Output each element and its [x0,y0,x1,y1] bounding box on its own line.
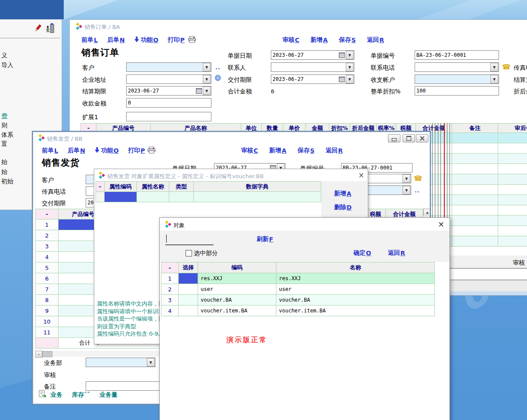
selected-cell[interactable] [179,273,198,284]
row-number[interactable]: 1 [161,273,179,284]
cell[interactable] [452,205,498,216]
cell[interactable] [36,338,59,349]
select-cell[interactable] [179,284,198,295]
code-cell[interactable]: res.XXJ [198,273,276,284]
printer-icon[interactable] [148,147,155,155]
attr-dialog-titlebar[interactable]: 销售发货 对象扩展属性定义 - 属性定义 - 标识编号voucher.BB × [94,169,368,181]
globe-icon[interactable] [214,74,221,83]
sidebar-item[interactable]: 导入 [1,62,13,69]
chevron-down-icon[interactable]: ▼ [403,186,410,195]
name-cell[interactable]: user [276,284,435,295]
cell[interactable] [498,154,527,164]
row-number[interactable]: 1 [36,219,59,230]
cell[interactable] [452,236,498,247]
delivery-bottom-库存ˆˆ[interactable]: 库存ˆˆ [72,391,90,399]
cell[interactable] [498,205,527,216]
chevron-down-icon[interactable]: ▼ [346,51,353,59]
row-number[interactable]: 2 [36,230,59,241]
cell[interactable] [498,185,527,195]
chevron-down-icon[interactable]: ▼ [346,63,353,71]
row-number[interactable]: 4 [36,252,59,262]
cell[interactable] [498,195,527,205]
sidebar-item[interactable]: 则 [1,122,7,130]
delivery-toolbar-L[interactable]: 前单L [42,147,58,154]
row-number[interactable]: 9 [36,306,59,316]
order-toolbar-O[interactable]: 功能O [134,36,158,44]
address-combo[interactable]: ▼ [126,74,211,84]
chevron-down-icon[interactable]: ▼ [147,358,155,367]
row-number[interactable]: 3 [36,241,59,252]
phone-icon[interactable]: ☎ [502,63,511,71]
phone-combo[interactable]: ▼ [415,62,499,72]
deliver-date-field[interactable]: 2023-06-27 ▼ [271,74,354,84]
object-F[interactable]: 刷新F [257,235,273,243]
cell[interactable] [498,226,527,236]
dept-combo[interactable]: ▼ [86,358,155,367]
row-number[interactable]: 7 [36,284,59,295]
select-part-checkbox[interactable] [186,250,192,256]
chevron-down-icon[interactable]: ▼ [490,75,498,83]
name-cell[interactable]: res.XXJ [276,273,435,284]
row-number[interactable]: 3 [161,295,179,306]
cell[interactable] [498,143,527,154]
order-toolbar-R[interactable]: 返回R [367,36,384,44]
close-icon[interactable]: × [438,220,444,228]
selected-cell[interactable] [105,192,137,202]
cell[interactable] [194,192,321,202]
order-toolbar-S[interactable]: 保存S [339,36,356,44]
cell[interactable] [452,154,498,164]
cell[interactable] [452,226,498,236]
order-toolbar-C[interactable]: 审核C [282,36,299,44]
object-R[interactable]: 返回R [388,249,405,257]
chevron-down-icon[interactable]: ▼ [346,75,353,83]
chevron-down-icon[interactable]: ▼ [490,63,498,71]
customer-lookup-button[interactable]: .. [215,64,220,71]
chevron-down-icon[interactable]: ▼ [403,174,410,183]
order-toolbar-N[interactable]: 后单N [107,36,125,44]
discount-field[interactable]: 100 [415,86,499,96]
delivery-bottom-业务量[interactable]: 业务量 [99,391,118,399]
sidebar-item[interactable]: 体系 [1,131,13,139]
cell[interactable] [169,192,194,202]
cell[interactable] [452,216,498,226]
pen-icon[interactable] [33,24,42,35]
delivery-titlebar[interactable]: 销售发货 / BB × [33,132,430,143]
cell[interactable] [452,174,498,185]
cell[interactable] [498,236,527,247]
select-cell[interactable] [179,295,198,306]
row-number[interactable]: 10 [36,316,59,327]
object-dialog-titlebar[interactable]: 对象 × [160,218,450,231]
sidebar-item[interactable]: 始 [1,168,7,176]
attr-A[interactable]: 新增A [334,190,351,198]
chevron-down-icon[interactable]: ▼ [203,75,211,83]
scroll-left-button[interactable]: ‹ [35,351,42,358]
cell[interactable] [498,216,527,226]
order-titlebar[interactable]: 销售订单 / BA [70,20,527,33]
code-cell[interactable]: user [198,284,276,295]
attr-D[interactable]: 删除D [334,204,352,211]
order-toolbar-L[interactable]: 前单L [81,36,98,44]
maximize-button[interactable] [403,134,415,142]
order-toolbar-P[interactable]: 打印P [168,36,185,44]
chevron-down-icon[interactable]: ▼ [203,86,211,95]
cell[interactable] [137,192,169,202]
sidebar-item[interactable]: 始 [1,158,7,166]
sidebar-item[interactable]: 初始 [1,178,13,185]
scrollbar-thumb[interactable] [42,351,53,357]
row-number[interactable]: 5 [36,262,59,273]
phone-icon[interactable]: ☎ [414,174,422,182]
object-O[interactable]: 确定O [353,249,371,257]
row-number[interactable]: 4 [161,306,179,316]
delivery-toolbar-N[interactable]: 后单N [68,147,85,154]
cell[interactable] [452,195,498,205]
settle-date-field[interactable]: 2023-06-27 ▼ [126,86,211,96]
sidebar-item[interactable]: 置 [1,140,7,148]
ext1-field[interactable] [126,112,211,121]
close-button[interactable]: × [416,134,428,142]
contact-combo[interactable]: ▼ [271,62,354,72]
delivery-bottom-业务[interactable]: 业务 [50,391,62,399]
customer-combo[interactable]: ▼ [126,62,211,72]
cell[interactable] [498,174,527,185]
code-cell[interactable]: voucher.item.BA [198,306,276,316]
delivery-toolbar-R[interactable]: 返回R [326,147,343,154]
